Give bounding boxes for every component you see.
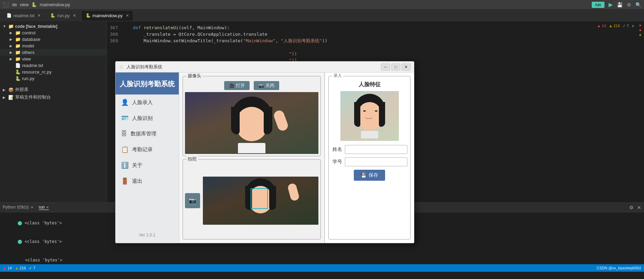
line-numbers: 367 368 369 370 371 [107,24,122,64]
name-input[interactable] [345,145,407,154]
run-btn[interactable]: run [592,2,604,8]
search-icon-top[interactable]: 🔍 [635,2,641,8]
about-icon: ℹ️ [121,161,129,169]
warning-count: ▲ 216 [609,24,620,28]
info-count: ✓ 7 [623,24,629,28]
window-body: 人脸识别考勤系统 👤 人脸录入 🪪 人脸识别 🗄 数据库管理 📋 考勤记录 [116,72,414,243]
name-label: 姓名 [331,146,342,153]
hand-shape [273,109,290,132]
photo-group-legend: 拍照 [186,156,198,162]
sidebar-item-others[interactable]: ▶ 📁 others [0,49,106,56]
sidebar-item-run[interactable]: ▶ 🐍 run.py [0,75,106,82]
camera-close-btn[interactable]: 📷 关闭 [254,81,279,90]
nav-item-quit[interactable]: 🚪 退出 [116,173,179,189]
scratch-label: 草稿文件和控制台 [15,94,51,100]
de-icon: ⬛ [3,2,9,8]
settings-icon[interactable]: ⚙ [627,2,631,8]
camera-open-btn[interactable]: 🎥 打开 [224,81,250,90]
face-skin [236,107,267,141]
nav-item-db[interactable]: 🗄 数据库管理 [116,126,179,142]
camera-group: 摄像头 🎥 打开 📷 关闭 [183,76,321,156]
tab-mainwindow[interactable]: 🐍 mainwindow.py ✕ [81,10,133,21]
tab-readme[interactable]: 📄 readme.txt ✕ [2,10,45,21]
scratch-arrow: ▶ [3,96,7,99]
view-folder-icon: 📁 [15,56,21,62]
terminal-tab-python[interactable]: Python 控制台 ✕ [3,204,33,210]
de-label[interactable]: de [12,2,17,7]
save-button[interactable]: 💾 保存 [354,170,385,181]
tab-bar: 📄 readme.txt ✕ 🐍 run.py ✕ 🐍 mainwindow.p… [0,10,644,22]
tab-mainwindow-icon: 🐍 [86,13,91,18]
sidebar-item-model[interactable]: ▶ 📁 model [0,43,106,49]
nav-panel: 人脸识别考勤系统 👤 人脸录入 🪪 人脸识别 🗄 数据库管理 📋 考勤记录 [116,72,179,243]
sidebar-root[interactable]: ▼ 📁 code [face_timetable] [0,23,106,30]
others-folder-icon: 📁 [15,50,21,55]
save-icon[interactable]: 💾 [617,2,623,8]
others-label: others [22,50,34,55]
run-tab-close[interactable]: ✕ [46,205,49,209]
tab-mainwindow-close[interactable]: ✕ [126,13,129,18]
tab-run[interactable]: 🐍 run.py ✕ [46,10,80,21]
root-folder-icon: 📁 [8,24,14,29]
sidebar-item-external[interactable]: ▶ 📦 外部库 [0,86,106,93]
quit-icon: 🚪 [121,177,129,185]
tab-run-close[interactable]: ✕ [73,13,76,18]
photo-image [203,177,318,225]
eye-l [363,110,366,112]
terminal-settings-icon[interactable]: ⚙ [629,205,634,210]
terminal-tab-run[interactable]: run ✕ [39,205,49,210]
tab-mainwindow-label: mainwindow.py [92,13,123,18]
model-arrow: ▶ [10,44,14,48]
take-photo-btn[interactable]: 📷 [185,193,200,208]
code-line-368: _translate = QtCore.QCoreApplication.tra… [122,31,644,37]
small-collar [361,131,378,138]
id-label: 学号 [331,159,342,165]
sidebar-item-view[interactable]: ▶ 📁 view [0,56,106,62]
run-tab-label: run [39,205,45,210]
maximize-btn[interactable]: □ [391,64,400,70]
camera-open-label: 打开 [236,82,245,89]
nav-item-enroll[interactable]: 👤 人脸录入 [116,94,179,110]
face-feature-img [340,91,399,141]
sidebar-item-resource[interactable]: ▶ 🐍 resource_rc.py [0,69,106,75]
minimize-btn[interactable]: ─ [381,64,390,70]
about-label: 关于 [132,162,142,169]
resource-label: resource_rc.py [22,69,52,75]
sidebar-item-readme[interactable]: ▶ 📄 readme.txt [0,62,106,69]
sidebar-item-database[interactable]: ▶ 📁 database [0,36,106,43]
sidebar-item-control[interactable]: ▶ 📁 control [0,30,106,36]
camera-section: 摄像头 🎥 打开 📷 关闭 [179,72,325,243]
code-content[interactable]: def retranslateUi(self, MainWindow): _tr… [122,24,644,64]
attendance-label: 考勤记录 [132,146,153,153]
root-arrow: ▼ [3,24,7,28]
terminal-close-icon[interactable]: ✕ [637,205,641,210]
expand-btn[interactable]: ∧ [632,24,634,28]
sidebar-item-scratch[interactable]: ▶ 📝 草稿文件和控制台 [0,93,106,101]
photo-body: 📷 [185,164,318,237]
close-btn[interactable]: ✕ [402,64,411,70]
view-label[interactable]: view [20,2,29,7]
external-icon: 📦 [8,87,14,92]
id-input[interactable] [345,157,407,166]
nav-item-about[interactable]: ℹ️ 关于 [116,157,179,173]
photo-feed [203,177,318,225]
file-icon: 🐍 [31,2,37,7]
photo-hair-r [269,186,276,210]
nav-item-attendance[interactable]: 📋 考勤记录 [116,142,179,157]
tab-readme-close[interactable]: ✕ [37,13,41,18]
python-tab-label: Python 控制台 [3,204,29,210]
smile [365,116,373,119]
hair-side-l [231,107,240,134]
face-feature-title: 人脸特征 [331,81,407,88]
external-arrow: ▶ [3,88,7,92]
name-row: 姓名 [331,145,407,154]
small-hair-l [354,102,360,127]
nav-item-recognize[interactable]: 🪪 人脸识别 [116,110,179,126]
database-label: database [22,37,41,42]
warning-indicator: ▲ [638,28,642,32]
play-icon[interactable]: ▶ [609,1,613,8]
small-portrait [354,94,385,138]
control-label: control [22,30,35,35]
tab-readme-label: readme.txt [13,13,34,18]
python-tab-close[interactable]: ✕ [31,205,33,209]
